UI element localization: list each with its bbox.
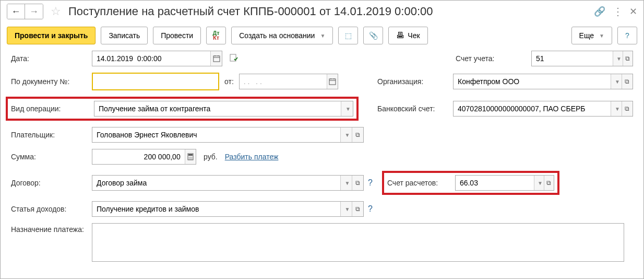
sum-field[interactable] [92,149,196,165]
date-field[interactable] [92,51,222,66]
contract-help-icon[interactable]: ? [368,178,373,188]
doc-number-field[interactable] [92,73,219,90]
org-field[interactable]: ▼ ⧉ [453,74,633,89]
by-doc-label: По документу №: [11,77,92,86]
dropdown-button[interactable]: ▼ [611,74,622,89]
expand-button[interactable]: ⧉ [352,176,363,190]
chevron-down-icon: ▼ [320,33,325,39]
expand-button[interactable]: ⧉ [352,127,363,142]
sum-input[interactable] [92,149,185,164]
purpose-label: Назначение платежа: [11,223,92,234]
svg-rect-0 [213,56,220,62]
account-input[interactable] [532,51,613,66]
window-title: Поступление на расчетный счет КППБ-00000… [68,5,590,18]
income-item-field[interactable]: ▼ ⧉ [92,201,364,217]
post-button[interactable]: Провести [153,27,201,44]
contract-field[interactable]: ▼ ⧉ [92,175,364,191]
sum-label: Сумма: [11,153,92,161]
org-input[interactable] [454,74,611,89]
expand-button[interactable]: ⧉ [622,74,633,89]
settle-acc-field[interactable]: ▼ ⧉ [455,175,554,191]
bank-acc-label: Банковский счет: [377,104,453,113]
chevron-down-icon: ▼ [599,33,604,39]
close-button[interactable]: ✕ [629,6,637,17]
svg-point-14 [189,158,190,159]
settle-acc-input[interactable] [456,176,534,190]
dropdown-button[interactable]: ▼ [534,176,544,190]
dropdown-button[interactable]: ▼ [340,127,352,142]
help-button[interactable]: ? [617,27,637,44]
date-input[interactable] [92,51,210,66]
document-window: ← → ☆ Поступление на расчетный счет КППБ… [0,0,644,279]
cheque-button[interactable]: 🖶Чек [388,27,427,44]
link-icon[interactable]: 🔗 [594,6,605,17]
op-type-input[interactable] [94,101,341,116]
op-type-label: Вид операции: [11,104,94,113]
favorite-icon[interactable]: ☆ [51,5,61,18]
org-label: Организация: [377,77,453,86]
svg-point-12 [190,157,191,158]
account-field[interactable]: ▼ ⧉ [531,51,633,66]
nav-back-button[interactable]: ← [7,4,25,19]
payer-input[interactable] [92,127,340,142]
payer-field[interactable]: ▼ ⧉ [92,127,364,143]
titlebar: ← → ☆ Поступление на расчетный счет КППБ… [1,1,643,22]
menu-dots-icon[interactable]: ⋮ [613,5,622,18]
date-label: Дата: [11,54,92,63]
help-icon: ? [625,31,629,40]
currency-label: руб. [204,153,218,161]
dropdown-button[interactable]: ▼ [611,101,622,116]
dtkt-button[interactable]: ДтКт [206,27,226,44]
dropdown-button[interactable]: ▼ [341,101,353,116]
op-type-field[interactable]: ▼ [94,101,353,117]
doc-status-icon [230,54,239,64]
doc-date-field[interactable] [239,74,338,89]
bank-acc-field[interactable]: ▼ ⧉ [453,101,633,117]
post-close-button[interactable]: Провести и закрыть [7,27,96,44]
doc-number-input[interactable] [93,74,218,89]
dropdown-button[interactable]: ▼ [340,176,352,190]
purpose-textarea[interactable] [92,223,624,262]
from-label: от: [224,77,234,86]
create-based-button[interactable]: Создать на основании▼ [231,27,333,44]
contract-label: Договор: [11,179,92,187]
save-button[interactable]: Записать [101,27,148,44]
svg-point-13 [192,157,193,158]
expand-button[interactable]: ⧉ [622,101,633,116]
dtkt-icon: ДтКт [213,31,220,40]
account-label: Счет учета: [456,54,531,63]
doc-date-input[interactable] [240,74,327,89]
nav-forward-button[interactable]: → [25,4,43,19]
contract-input[interactable] [92,176,340,190]
split-payment-link[interactable]: Разбить платеж [225,153,279,161]
settle-acc-label: Счет расчетов: [387,179,455,187]
calendar-button[interactable] [327,74,338,89]
paperclip-icon: 📎 [369,31,378,40]
form-body: Дата: Счет учета: ▼ ⧉ По докумен [1,51,643,278]
bank-acc-input[interactable] [454,101,611,116]
calculator-button[interactable] [185,149,196,164]
expand-button[interactable]: ⧉ [544,176,554,190]
more-button[interactable]: Еще▼ [571,27,612,44]
svg-rect-10 [188,154,193,156]
settle-acc-highlight: Счет расчетов: ▼ ⧉ [382,171,559,195]
expand-button[interactable]: ⧉ [352,202,363,216]
calendar-button[interactable] [210,51,222,66]
attach-button[interactable]: 📎 [363,27,383,44]
income-item-help-icon[interactable]: ? [368,204,373,214]
income-item-label: Статья доходов: [11,205,92,213]
op-type-highlight: Вид операции: ▼ [6,97,359,121]
printer-icon: 🖶 [396,31,404,40]
nav-buttons: ← → [7,4,43,19]
structure-icon: ⬚ [345,31,352,40]
dropdown-button[interactable]: ▼ [340,202,352,216]
toolbar: Провести и закрыть Записать Провести ДтК… [1,22,643,51]
income-item-input[interactable] [92,202,340,216]
dropdown-button[interactable]: ▼ [613,51,623,66]
svg-point-15 [190,158,191,159]
structure-button[interactable]: ⬚ [338,27,358,44]
expand-button[interactable]: ⧉ [623,51,633,66]
svg-point-16 [192,158,193,159]
svg-rect-5 [329,79,336,85]
svg-point-11 [189,157,190,158]
